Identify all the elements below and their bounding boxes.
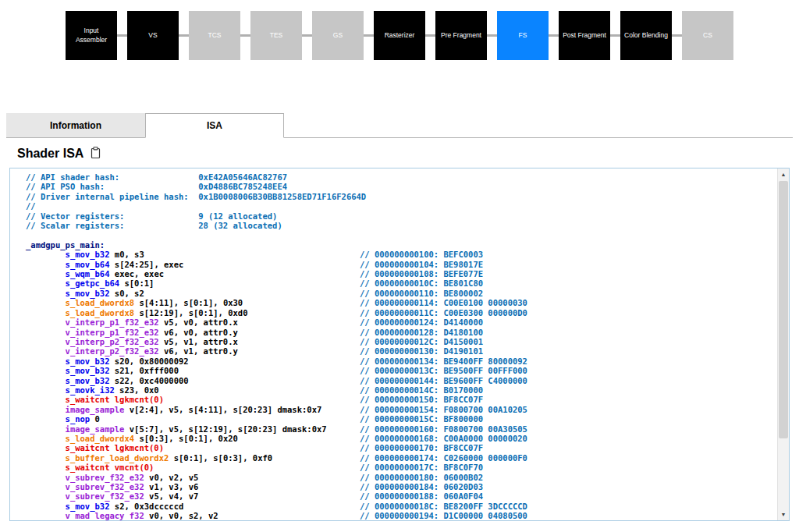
page-title: Shader ISA [17, 147, 83, 161]
pipeline-connector [117, 34, 127, 37]
code-line: s_waitcnt lgkmcnt(0)// 000000000170: BF8… [26, 443, 777, 452]
code-line: // Scalar registers: 28 (32 allocated) [26, 221, 777, 230]
code-line: s_mov_b32 s20, 0x80000092// 000000000134… [26, 356, 777, 366]
isa-code-panel: // API shader hash: 0xE42A05646AC82767//… [9, 168, 790, 521]
pipeline-connector [364, 34, 374, 37]
encoding-comment: // 00000000018C: BE8200FF 3DCCCCCD [360, 502, 527, 511]
encoding-comment: // 000000000154: F0800700 00A10205 [360, 405, 527, 414]
encoding-comment: // 000000000124: D4140000 [360, 317, 483, 327]
code-line: s_nop 0// 00000000015C: BF800000 [26, 414, 777, 424]
isa-code[interactable]: // API shader hash: 0xE42A05646AC82767//… [10, 168, 777, 520]
code-line: s_buffer_load_dwordx2 s[0:1], s[0:3], 0x… [26, 453, 777, 463]
pipeline-stage-tes[interactable]: TES [250, 11, 302, 60]
code-line: v_interp_p2_f32_e32 v5, v1, attr0.x// 00… [26, 337, 777, 346]
code-line: image_sample v[2:4], v5, s[4:11], s[20:2… [26, 405, 777, 414]
encoding-comment: // 000000000170: BF8CC07F [360, 443, 483, 452]
pipeline-stage-rasterizer[interactable]: Rasterizer [374, 11, 425, 60]
code-line: s_mov_b32 s22, 0xc4000000// 000000000144… [26, 376, 777, 385]
code-line: image_sample v[5:7], v5, s[12:19], s[20:… [26, 424, 777, 434]
code-line: s_mov_b64 s[24:25], exec// 000000000104:… [26, 260, 777, 269]
pipeline-stage-cs[interactable]: CS [682, 11, 733, 60]
encoding-comment: // 000000000160: F0800700 00A30505 [360, 424, 527, 434]
code-line: v_interp_p1_f32_e32 v6, v0, attr0.y// 00… [26, 328, 777, 337]
code-line: s_mov_b32 m0, s3// 000000000100: BEFC000… [26, 250, 777, 259]
scroll-down-icon: ▼ [781, 512, 787, 517]
scroll-up-button[interactable]: ▲ [778, 168, 789, 180]
code-line [26, 230, 777, 239]
code-line: s_wqm_b64 exec, exec// 000000000108: BEF… [26, 269, 777, 278]
encoding-comment: // 00000000015C: BF800000 [360, 414, 483, 424]
encoding-comment: // 000000000168: C00A0000 00000020 [360, 434, 527, 443]
pipeline-stage-vs[interactable]: VS [127, 11, 179, 60]
pipeline-connector [672, 34, 682, 37]
encoding-comment: // 00000000017C: BF8C0F70 [360, 463, 483, 472]
code-line: // API shader hash: 0xE42A05646AC82767 [26, 172, 777, 182]
code-line: // [26, 201, 777, 211]
encoding-comment: // 000000000128: D4180100 [360, 328, 483, 337]
code-line: s_mov_b32 s0, s2// 000000000110: BE80000… [26, 289, 777, 298]
code-line: _amdgpu_ps_main: [26, 240, 777, 250]
encoding-comment: // 000000000150: BF8CC07F [360, 395, 483, 404]
code-line: s_getpc_b64 s[0:1]// 00000000010C: BE801… [26, 278, 777, 288]
copy-isa-button[interactable] [91, 147, 101, 159]
code-line: s_load_dwordx8 s[12:19], s[0:1], 0xd0// … [26, 308, 777, 317]
code-line: s_waitcnt vmcnt(0)// 00000000017C: BF8C0… [26, 463, 777, 472]
pipeline-stage-tcs[interactable]: TCS [189, 11, 240, 60]
pipeline-connector [302, 34, 312, 37]
tab-bar: InformationISA [6, 113, 793, 138]
code-line: s_movk_i32 s23, 0x0// 00000000014C: B017… [26, 385, 777, 395]
code-line: s_waitcnt lgkmcnt(0)// 000000000150: BF8… [26, 395, 777, 404]
encoding-comment: // 000000000100: BEFC0003 [360, 250, 483, 259]
pipeline-connector [549, 34, 559, 37]
code-line: // Vector registers: 9 (12 allocated) [26, 211, 777, 221]
encoding-comment: // 000000000194: D1C00000 04080500 [360, 511, 527, 520]
code-line: v_subrev_f32_e32 v1, v3, v6// 0000000001… [26, 482, 777, 491]
encoding-comment: // 00000000011C: C00E0300 000000D0 [360, 308, 527, 317]
code-line: s_load_dwordx4 s[0:3], s[0:1], 0x20// 00… [26, 434, 777, 443]
pipeline-connector [425, 34, 435, 37]
pipeline-connector [487, 34, 497, 37]
encoding-comment: // 000000000180: 06000B02 [360, 473, 483, 482]
pipeline-stage-pre-fragment[interactable]: Pre Fragment [435, 11, 487, 60]
code-line: v_interp_p2_f32_e32 v6, v1, attr0.y// 00… [26, 346, 777, 356]
encoding-comment: // 000000000174: C0260000 000000F0 [360, 453, 527, 463]
code-line: s_mov_b32 s21, 0xfff000// 00000000013C: … [26, 366, 777, 375]
pipeline-stage-color-blending[interactable]: Color Blending [620, 11, 672, 60]
pipeline-connector [240, 34, 250, 37]
scroll-up-icon: ▲ [781, 172, 787, 177]
code-line: // API PSO hash: 0xD4886BC785248EE4 [26, 182, 777, 191]
pipeline-stage-gs[interactable]: GS [312, 11, 364, 60]
encoding-comment: // 000000000130: D4190101 [360, 346, 483, 356]
encoding-comment: // 000000000104: BE98017E [360, 260, 483, 269]
tab-information[interactable]: Information [6, 113, 145, 137]
encoding-comment: // 00000000010C: BE801C80 [360, 278, 483, 288]
encoding-comment: // 00000000014C: B0170000 [360, 385, 483, 395]
pipeline-stage-input-assembler[interactable]: Input Assembler [66, 11, 117, 60]
tab-isa[interactable]: ISA [145, 113, 284, 138]
clipboard-icon [91, 147, 101, 159]
encoding-comment: // 00000000013C: BE9500FF 00FFF000 [360, 366, 527, 375]
pipeline-bar: Input AssemblerVSTCSTESGSRasterizerPre F… [66, 11, 733, 60]
code-line: v_mad_legacy_f32 v0, v0, s2, v2// 000000… [26, 511, 777, 520]
encoding-comment: // 000000000114: C00E0100 00000030 [360, 298, 527, 307]
shader-pipeline-viewer: Input AssemblerVSTCSTESGSRasterizerPre F… [0, 0, 799, 532]
pipeline-connector [179, 34, 189, 37]
pipeline-stage-post-fragment[interactable]: Post Fragment [559, 11, 610, 60]
code-line: s_mov_b32 s2, 0x3dcccccd// 00000000018C:… [26, 502, 777, 511]
scroll-down-button[interactable]: ▼ [778, 509, 789, 520]
pipeline-connector [610, 34, 620, 37]
encoding-comment: // 000000000110: BE800002 [360, 289, 483, 298]
code-line: v_subrev_f32_e32 v0, v2, v5// 0000000001… [26, 473, 777, 482]
vertical-scrollbar[interactable]: ▲ ▼ [777, 168, 789, 520]
code-line: s_load_dwordx8 s[4:11], s[0:1], 0x30// 0… [26, 298, 777, 307]
encoding-comment: // 000000000188: 060A0F04 [360, 491, 483, 501]
code-line: // Driver internal pipeline hash: 0x1B00… [26, 192, 777, 201]
code-line: v_interp_p1_f32_e32 v5, v0, attr0.x// 00… [26, 317, 777, 327]
encoding-comment: // 000000000134: BE9400FF 80000092 [360, 356, 527, 366]
pipeline-stage-fs[interactable]: FS [497, 11, 549, 60]
section-header: Shader ISA [17, 147, 101, 161]
encoding-comment: // 000000000184: 06020D03 [360, 482, 483, 491]
scrollbar-thumb[interactable] [779, 181, 788, 438]
code-line: v_subrev_f32_e32 v5, v4, v7// 0000000001… [26, 491, 777, 501]
encoding-comment: // 000000000108: BEFE077E [360, 269, 483, 278]
